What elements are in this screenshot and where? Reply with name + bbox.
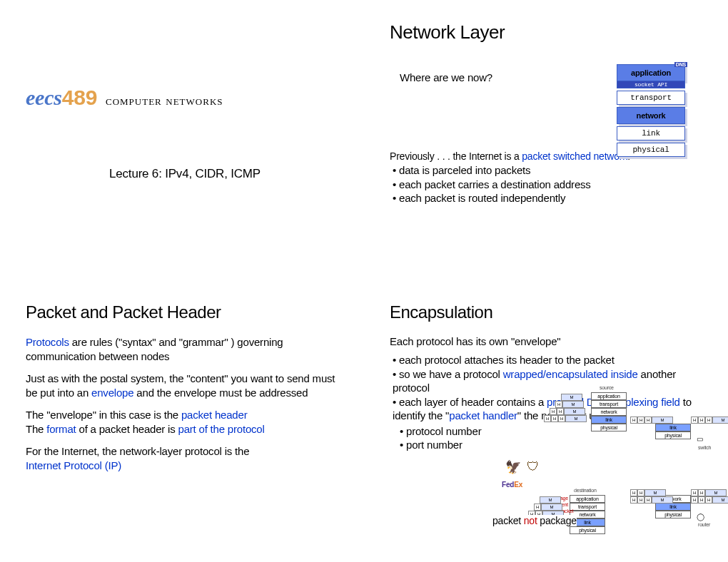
layer-network: network bbox=[617, 107, 685, 124]
headers: HHHM bbox=[691, 496, 728, 504]
slide-title: Packet and Packet Header bbox=[26, 302, 344, 322]
source-stack: source application transport network lin… bbox=[591, 392, 627, 431]
layer-socket-api: socket API bbox=[617, 81, 685, 88]
headers: HHHM bbox=[630, 496, 673, 504]
packet-not-package: packet not package bbox=[492, 515, 577, 526]
label-switch: switch bbox=[698, 445, 711, 450]
layer-stack-diagram: application DNS socket API transport net… bbox=[617, 64, 685, 159]
slide-encapsulation: Encapsulation Each protocol has its own … bbox=[364, 281, 728, 562]
headers: HHHM bbox=[630, 417, 673, 424]
slide-network-layer: Network Layer Where are we now? applicat… bbox=[364, 0, 728, 281]
headers: HHM bbox=[550, 408, 585, 415]
switch-stack: link physical bbox=[655, 424, 691, 439]
switch-icon: ▭ bbox=[697, 435, 703, 443]
course-name: computer networks bbox=[106, 93, 223, 108]
para-ip: For the Internet, the network-layer prot… bbox=[26, 444, 344, 472]
previously-bullets: data is parceled into packets each packe… bbox=[390, 163, 708, 205]
para-envelope: The "envelope" in this case is the packe… bbox=[26, 408, 344, 422]
label-destination: destination bbox=[574, 488, 597, 493]
bullet: each packet is routed independently bbox=[393, 191, 708, 205]
slide-packet-header: Packet and Packet Header Protocols are r… bbox=[0, 281, 364, 562]
usps-icon: 🦅 bbox=[505, 459, 521, 475]
label-source: source bbox=[600, 385, 614, 390]
headers: HM bbox=[555, 401, 584, 408]
packet-switched-link: packet switched network bbox=[522, 150, 627, 162]
headers: HHM bbox=[691, 489, 727, 496]
dns-badge: DNS bbox=[674, 62, 687, 67]
fedex-icon: FedEx bbox=[502, 481, 522, 489]
headers: HM bbox=[534, 504, 562, 511]
layer-physical: physical bbox=[617, 143, 685, 157]
slide-title: Network Layer bbox=[390, 21, 708, 44]
layer-transport: transport bbox=[617, 91, 685, 105]
eecs-logo: eecs bbox=[26, 86, 62, 110]
router-icon: ◯ bbox=[697, 513, 704, 521]
lecture-title: Lecture 6: IPv4, CIDR, ICMP bbox=[26, 167, 344, 181]
where-now: Where are we now? bbox=[400, 71, 492, 83]
para-format: The format of a packet header is part of… bbox=[26, 422, 344, 436]
course-header: eecs489 computer networks bbox=[26, 86, 344, 110]
slide-title: eecs489 computer networks Lecture 6: IPv… bbox=[0, 0, 364, 281]
envelope-line: Each protocol has its own "envelope" bbox=[390, 335, 708, 347]
layer-link: link bbox=[617, 126, 685, 140]
headers: HHHM bbox=[691, 417, 728, 424]
course-number: 489 bbox=[62, 86, 97, 109]
ups-icon: 🛡 bbox=[527, 459, 540, 474]
headers: M bbox=[540, 496, 561, 504]
slide-title: Encapsulation bbox=[390, 302, 708, 322]
label-router: router bbox=[698, 522, 710, 527]
encapsulation-diagram: source application transport network lin… bbox=[384, 388, 719, 559]
bullet: each protocol attaches its header to the… bbox=[393, 353, 708, 367]
bullet: data is parceled into packets bbox=[393, 163, 708, 178]
headers: M bbox=[561, 394, 582, 401]
para-postal: Just as with the postal system, the "con… bbox=[26, 372, 344, 399]
bullet: each packet carries a destination addres… bbox=[393, 178, 708, 192]
headers: HHM bbox=[630, 489, 666, 496]
para-protocols: Protocols are rules ("syntax" and "gramm… bbox=[26, 335, 344, 363]
layer-application: application DNS bbox=[617, 64, 685, 81]
headers: HHHM bbox=[544, 415, 587, 422]
